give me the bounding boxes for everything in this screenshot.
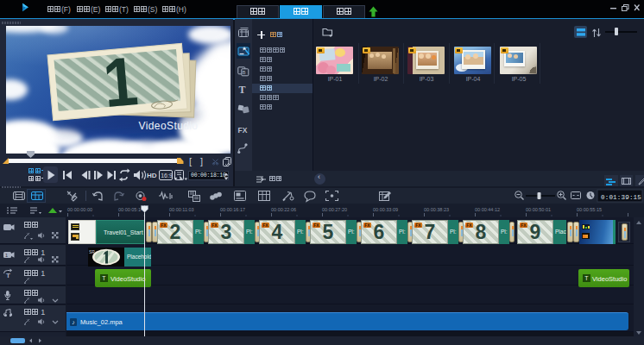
svg-text:VideoStudio: VideoStudio xyxy=(139,120,199,132)
svg-text:00:00:22:06: 00:00:22:06 xyxy=(271,207,296,212)
svg-text:00:00:50:01: 00:00:50:01 xyxy=(526,207,551,212)
svg-text:0:01:39:15: 0:01:39:15 xyxy=(601,194,641,201)
svg-text:B: B xyxy=(243,70,246,75)
svg-text:00:00:27:20: 00:00:27:20 xyxy=(322,207,347,212)
svg-text:00:00:16:17: 00:00:16:17 xyxy=(220,207,245,212)
svg-text:00:00:38:23: 00:00:38:23 xyxy=(424,207,449,212)
svg-text:FX: FX xyxy=(238,126,248,135)
svg-text:T: T xyxy=(239,84,246,96)
svg-text:00:00:44:12: 00:00:44:12 xyxy=(475,207,500,212)
svg-text:1: 1 xyxy=(100,42,141,122)
svg-text:00:00:05:14: 00:00:05:14 xyxy=(118,207,143,212)
svg-text:00:00:11:03: 00:00:11:03 xyxy=(169,207,194,212)
svg-text:16:9: 16:9 xyxy=(161,172,173,179)
svg-text:00:00:55:15: 00:00:55:15 xyxy=(577,207,602,212)
svg-text:00:00:33:09: 00:00:33:09 xyxy=(373,207,398,212)
svg-text:HD: HD xyxy=(147,172,157,179)
svg-text:00:00:00:00: 00:00:00:00 xyxy=(67,207,92,212)
